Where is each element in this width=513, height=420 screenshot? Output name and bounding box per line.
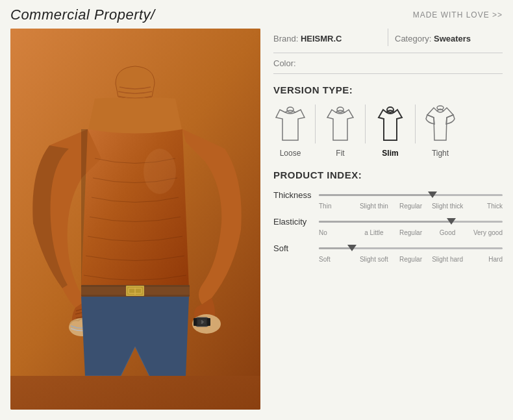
- tight-shirt-icon: [423, 105, 457, 143]
- soft-track: [319, 247, 503, 249]
- product-image-panel: [10, 29, 260, 410]
- slim-label: Slim: [382, 149, 398, 158]
- thickness-labels: Thin Slight thin Regular Slight thick Th…: [273, 203, 503, 210]
- thickness-fill: [319, 194, 432, 196]
- product-index-section: PRODUCT INDEX: Thickness Thin Slight thi…: [273, 169, 503, 263]
- loose-shirt-icon: [273, 105, 307, 143]
- thickness-slider[interactable]: [319, 190, 503, 200]
- version-slim[interactable]: Slim: [373, 105, 407, 158]
- svg-rect-8: [207, 318, 210, 326]
- svg-point-17: [287, 107, 294, 112]
- product-index-title: PRODUCT INDEX:: [273, 169, 503, 180]
- divider-1: [315, 105, 316, 143]
- brand-label: Brand:: [273, 34, 298, 43]
- thickness-row: Thickness: [273, 190, 503, 200]
- fit-shirt-icon: [323, 105, 357, 143]
- thickness-track: [319, 194, 503, 196]
- elasticity-slider[interactable]: [319, 216, 503, 227]
- header-tagline: MADE WITH LOVE >>: [413, 10, 503, 19]
- elasticity-labels: No a Little Regular Good Very good: [273, 229, 503, 236]
- product-image: [10, 29, 260, 410]
- elasticity-fill: [319, 221, 451, 223]
- version-loose[interactable]: Loose: [273, 105, 307, 158]
- category-label: Category:: [395, 34, 431, 43]
- thickness-label: Thickness: [273, 190, 319, 200]
- brand-value: HEISMR.C: [301, 34, 342, 43]
- page-wrapper: Commercial Property/ MADE WITH LOVE >>: [0, 0, 513, 420]
- soft-row: Soft: [273, 243, 503, 253]
- soft-labels: Soft Slight soft Regular Slight hard Har…: [273, 256, 503, 263]
- divider-2: [365, 105, 366, 143]
- header: Commercial Property/ MADE WITH LOVE >>: [0, 0, 513, 29]
- elasticity-track: [319, 221, 503, 223]
- divider-3: [415, 105, 416, 143]
- brand-category-row: Brand: HEISMR.C Category: Sweaters: [273, 29, 503, 53]
- loose-label: Loose: [280, 149, 301, 158]
- product-svg: [10, 29, 260, 376]
- slim-shirt-icon: [373, 105, 407, 143]
- version-tight[interactable]: Tight: [423, 105, 457, 158]
- info-panel: Brand: HEISMR.C Category: Sweaters Color…: [260, 29, 503, 410]
- svg-point-18: [337, 107, 344, 112]
- elasticity-row: Elasticity: [273, 216, 503, 227]
- header-title: Commercial Property/: [10, 6, 155, 23]
- tight-label: Tight: [432, 149, 449, 158]
- elasticity-thumb: [447, 218, 456, 225]
- version-fit[interactable]: Fit: [323, 105, 357, 158]
- main-content: Brand: HEISMR.C Category: Sweaters Color…: [0, 29, 513, 420]
- soft-slider[interactable]: [319, 243, 503, 253]
- brand-cell: Brand: HEISMR.C: [273, 29, 388, 46]
- elasticity-label: Elasticity: [273, 217, 319, 227]
- fit-label: Fit: [336, 149, 344, 158]
- category-value: Sweaters: [434, 34, 471, 43]
- color-row: Color:: [273, 53, 503, 74]
- svg-rect-7: [194, 318, 197, 326]
- color-label: Color:: [273, 58, 296, 68]
- thickness-thumb: [428, 191, 437, 198]
- category-cell: Category: Sweaters: [388, 29, 503, 46]
- version-type-row: Loose Fit: [273, 105, 503, 158]
- version-type-title: VERSION TYPE:: [273, 84, 503, 95]
- soft-thumb: [347, 245, 357, 251]
- soft-label: Soft: [273, 243, 319, 253]
- svg-point-16: [144, 149, 176, 194]
